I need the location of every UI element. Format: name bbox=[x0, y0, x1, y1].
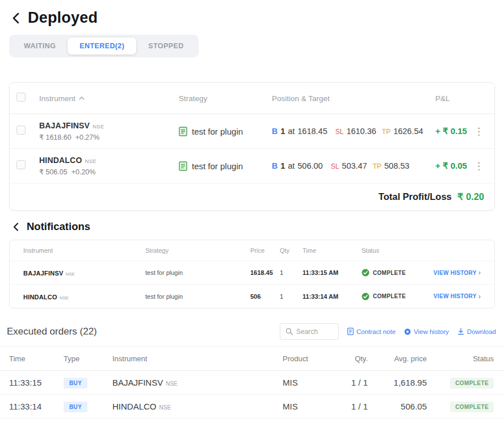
exchange-tag: NSE bbox=[159, 404, 171, 411]
view-history-link[interactable]: View history bbox=[404, 328, 449, 335]
entry-price: 1618.45 bbox=[297, 127, 327, 136]
status-cell: COMPLETE bbox=[362, 293, 424, 300]
tab-waiting[interactable]: WAITING bbox=[12, 37, 68, 55]
select-all-checkbox[interactable] bbox=[16, 93, 26, 102]
strategy-cell: test for plugin bbox=[179, 127, 272, 136]
strategy-doc-icon bbox=[179, 127, 187, 136]
col-pnl: P&L bbox=[426, 94, 467, 103]
contract-note-icon bbox=[347, 328, 354, 335]
exchange-tag: NSE bbox=[60, 295, 69, 300]
col-position-target: Position & Target bbox=[272, 94, 426, 103]
col-status: Status bbox=[427, 354, 494, 363]
view-history-link[interactable]: VIEW HISTORY › bbox=[424, 269, 481, 276]
row-checkbox[interactable] bbox=[16, 160, 26, 169]
col-time: Time bbox=[9, 354, 64, 363]
side-buy: B bbox=[272, 127, 278, 136]
exchange-tag: NSE bbox=[93, 123, 104, 130]
total-pnl-label: Total Profit/Loss bbox=[379, 191, 452, 202]
sl-label: SL bbox=[335, 128, 344, 136]
total-pnl-row: Total Profit/Loss ₹ 0.20 bbox=[10, 183, 494, 210]
sort-asc-icon bbox=[79, 97, 85, 100]
col-qty: Qty. bbox=[330, 354, 368, 363]
strategy-name: test for plugin bbox=[145, 269, 250, 276]
col-time: Time bbox=[303, 247, 362, 254]
status-label: COMPLETE bbox=[373, 293, 406, 299]
col-type: Type bbox=[64, 354, 112, 363]
instrument-price: ₹ 1618.60 bbox=[39, 133, 72, 141]
strategy-name: test for plugin bbox=[192, 161, 243, 171]
product-value: MIS bbox=[283, 402, 330, 411]
strategy-name: test for plugin bbox=[192, 127, 243, 136]
deployed-header: Deployed bbox=[0, 0, 504, 27]
page-title: Deployed bbox=[28, 9, 98, 27]
instrument-cell: BAJAJFINSV NSE ₹ 1618.60+0.27% bbox=[39, 121, 179, 141]
time-value: 11:33:15 AM bbox=[303, 269, 362, 276]
qty-value: 1 bbox=[280, 269, 303, 276]
entry-price: 506.00 bbox=[297, 161, 322, 170]
avg-price-value: 506.05 bbox=[368, 402, 427, 411]
row-menu-icon[interactable]: ⋮ bbox=[470, 125, 488, 138]
instrument-name: BAJAJFINSV bbox=[39, 121, 90, 130]
search-input[interactable] bbox=[296, 328, 335, 336]
col-instrument-label: Instrument bbox=[39, 94, 75, 103]
price-value: 506 bbox=[250, 293, 280, 300]
position-qty: 1 bbox=[280, 161, 285, 170]
instrument-name: HINDALCO bbox=[23, 294, 57, 300]
strategy-cell: test for plugin bbox=[179, 161, 272, 171]
download-link[interactable]: Download bbox=[457, 328, 496, 335]
position-target: B 1 at 1618.45 SL 1610.36 TP 1626.54 bbox=[272, 127, 426, 136]
search-icon bbox=[285, 328, 293, 335]
row-menu-icon[interactable]: ⋮ bbox=[470, 160, 488, 173]
executed-orders-table: Time Type Instrument Product Qty. Avg. p… bbox=[0, 346, 504, 419]
tab-stopped[interactable]: STOPPED bbox=[136, 37, 195, 55]
col-instrument: Instrument bbox=[112, 354, 283, 363]
sl-value: 1610.36 bbox=[346, 127, 376, 136]
check-circle-icon bbox=[362, 293, 369, 300]
order-row: 11:33:15 BUY BAJAJFINSVNSE MIS 1 / 1 1,6… bbox=[0, 371, 504, 395]
notifications-table: Instrument Strategy Price Qty Time Statu… bbox=[9, 240, 495, 308]
col-instrument[interactable]: Instrument bbox=[39, 94, 179, 103]
col-strategy: Strategy bbox=[179, 94, 272, 103]
instrument-name: BAJAJFINSV bbox=[112, 378, 163, 387]
executed-orders-title: Executed orders (22) bbox=[7, 326, 97, 337]
row-checkbox[interactable] bbox=[16, 126, 26, 135]
view-history-label: VIEW HISTORY bbox=[434, 293, 477, 299]
contract-note-label: Contract note bbox=[356, 328, 396, 335]
chevron-right-icon: › bbox=[478, 269, 481, 276]
notifications-table-header: Instrument Strategy Price Qty Time Statu… bbox=[10, 240, 494, 261]
order-time: 11:33:15 bbox=[9, 378, 64, 387]
exchange-tag: NSE bbox=[166, 381, 178, 387]
side-buy: B bbox=[272, 161, 278, 170]
deployed-tabs: WAITING ENTERED(2) STOPPED bbox=[9, 35, 199, 57]
at-label: at bbox=[288, 161, 295, 170]
back-icon[interactable] bbox=[10, 220, 22, 233]
tp-value: 508.53 bbox=[384, 161, 409, 170]
strategy-doc-icon bbox=[179, 161, 187, 171]
contract-note-link[interactable]: Contract note bbox=[347, 328, 396, 335]
col-instrument: Instrument bbox=[23, 247, 145, 254]
notification-row: HINDALCONSE test for plugin 506 1 11:33:… bbox=[10, 285, 494, 308]
check-circle-icon bbox=[362, 269, 369, 277]
instrument-change: +0.27% bbox=[75, 133, 100, 141]
time-value: 11:33:14 AM bbox=[303, 293, 362, 300]
download-icon bbox=[457, 328, 464, 335]
deployed-row: BAJAJFINSV NSE ₹ 1618.60+0.27% test for … bbox=[10, 114, 494, 149]
search-box bbox=[280, 323, 339, 340]
back-icon[interactable] bbox=[10, 12, 22, 24]
product-value: MIS bbox=[283, 378, 330, 387]
deployed-row: HINDALCO NSE ₹ 506.05+0.20% test for plu… bbox=[10, 149, 494, 183]
download-label: Download bbox=[467, 328, 496, 335]
sl-label: SL bbox=[331, 162, 339, 170]
view-history-link[interactable]: VIEW HISTORY › bbox=[424, 293, 481, 300]
avg-price-value: 1,618.95 bbox=[368, 378, 427, 387]
executed-orders-header: Executed orders (22) Contract note View … bbox=[0, 308, 504, 346]
status-label: COMPLETE bbox=[373, 270, 406, 276]
tab-entered[interactable]: ENTERED(2) bbox=[68, 37, 136, 55]
instrument-change: +0.20% bbox=[72, 168, 96, 176]
col-strategy: Strategy bbox=[145, 247, 250, 254]
tp-label: TP bbox=[382, 128, 390, 136]
tp-value: 1626.54 bbox=[393, 127, 423, 136]
pnl-value: + ₹ 0.05 bbox=[426, 161, 467, 171]
position-target: B 1 at 506.00 SL 503.47 TP 508.53 bbox=[272, 161, 426, 170]
price-value: 1618.45 bbox=[250, 269, 280, 276]
